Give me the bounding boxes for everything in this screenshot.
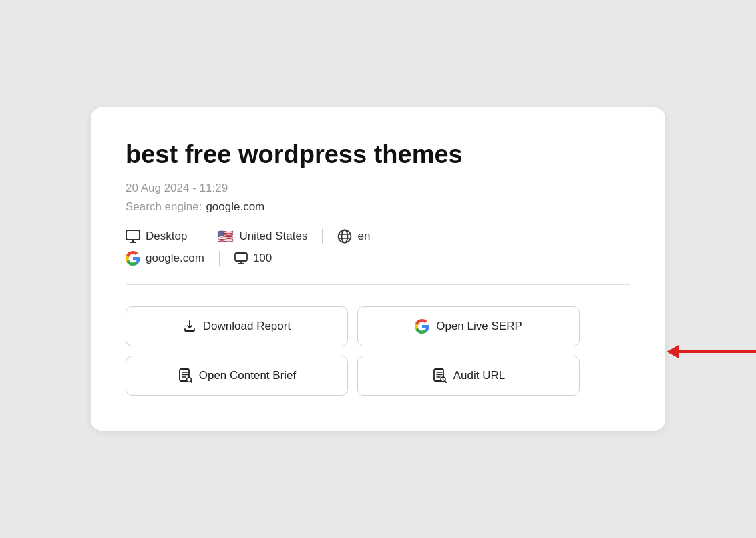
google-g-icon xyxy=(126,251,140,266)
meta-language: en xyxy=(337,229,385,244)
open-content-brief-label: Open Content Brief xyxy=(199,369,297,382)
svg-rect-0 xyxy=(126,230,140,240)
meta-device: Desktop xyxy=(126,230,202,243)
globe-icon xyxy=(337,229,352,244)
search-engine-row: Search engine: google.com xyxy=(126,200,630,214)
open-live-serp-button[interactable]: Open Live SERP xyxy=(357,306,580,346)
main-card: best free wordpress themes 20 Aug 2024 -… xyxy=(91,107,665,431)
datetime: 20 Aug 2024 - 11:29 xyxy=(126,182,630,195)
action-buttons-grid: Download Report Open Live SERP Open Co xyxy=(126,306,580,396)
arrow-line xyxy=(679,350,756,353)
svg-line-15 xyxy=(190,382,192,383)
audit-url-label: Audit URL xyxy=(453,369,505,382)
open-live-serp-label: Open Live SERP xyxy=(436,320,522,333)
audit-url-button[interactable]: Audit URL xyxy=(357,356,580,396)
divider-3 xyxy=(385,229,385,244)
divider-4 xyxy=(219,251,220,266)
device-label: Desktop xyxy=(146,230,187,243)
divider-2 xyxy=(322,229,323,244)
arrow-head xyxy=(667,345,679,358)
keyword-title: best free wordpress themes xyxy=(126,140,630,170)
svg-point-4 xyxy=(342,230,348,243)
flag-icon: 🇺🇸 xyxy=(217,228,234,244)
svg-rect-7 xyxy=(235,253,247,261)
search-engine-value: google.com xyxy=(206,200,264,214)
download-report-label: Download Report xyxy=(203,320,291,333)
search-engine-label: Search engine: xyxy=(126,200,202,214)
content-brief-icon xyxy=(178,368,192,383)
results-count-label: 100 xyxy=(253,252,272,265)
language-label: en xyxy=(357,230,370,243)
download-icon xyxy=(183,320,196,333)
svg-point-3 xyxy=(339,230,351,243)
results-icon xyxy=(234,252,248,264)
divider-1 xyxy=(202,229,202,244)
audit-icon xyxy=(432,368,447,383)
meta-row-1: Desktop 🇺🇸 United States en xyxy=(126,228,630,244)
desktop-icon xyxy=(126,230,140,243)
google-g-serp-icon xyxy=(415,319,429,334)
meta-google: google.com xyxy=(126,251,219,266)
country-label: United States xyxy=(239,230,307,243)
meta-country: 🇺🇸 United States xyxy=(217,228,322,244)
arrow-annotation xyxy=(667,345,756,358)
svg-line-21 xyxy=(445,381,447,383)
meta-row-2: google.com 100 xyxy=(126,251,630,266)
google-domain-label: google.com xyxy=(146,252,204,265)
separator xyxy=(126,284,630,285)
open-content-brief-button[interactable]: Open Content Brief xyxy=(126,356,348,396)
download-report-button[interactable]: Download Report xyxy=(126,306,348,346)
meta-results-count: 100 xyxy=(234,252,287,265)
